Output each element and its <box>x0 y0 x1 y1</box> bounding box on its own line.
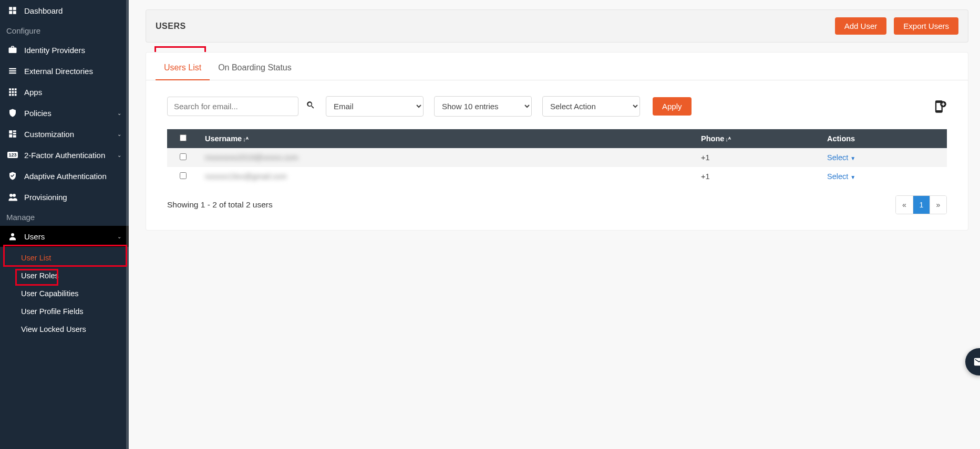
table-footer: Showing 1 - 2 of total 2 users « 1 » <box>146 186 968 214</box>
caret-down-icon: ▼ <box>850 174 855 180</box>
sidebar-item-identity-providers[interactable]: Identity Providers <box>0 39 129 60</box>
svg-rect-2 <box>9 11 12 14</box>
page-header: USERS Add User Export Users <box>146 9 968 43</box>
sidebar-section-manage: Manage <box>0 207 129 226</box>
cell-username: mxxxxxxx2019@xxxxx.com <box>205 153 298 162</box>
bulk-action-select[interactable]: Select Action <box>542 96 640 117</box>
apps-grid-icon <box>7 87 18 97</box>
chevron-down-icon: ⌄ <box>117 110 121 116</box>
sidebar-item-label: Identity Providers <box>24 46 121 55</box>
col-label: Phone <box>701 134 724 143</box>
svg-rect-17 <box>13 130 16 132</box>
caret-down-icon: ▼ <box>850 155 855 161</box>
svg-rect-10 <box>9 91 11 93</box>
toolbar: Email Show 10 entries Select Action Appl… <box>146 80 968 129</box>
svg-rect-19 <box>9 134 12 138</box>
page-size-select[interactable]: Show 10 entries <box>434 96 532 117</box>
row-action-select[interactable]: Select▼ <box>827 172 855 181</box>
sort-icon: ↓ᴬ <box>243 136 249 142</box>
chevron-down-icon: ⌄ <box>117 234 121 239</box>
two-factor-icon: 123 <box>7 150 18 160</box>
svg-rect-15 <box>15 94 17 96</box>
list-icon <box>7 66 18 76</box>
sort-icon: ↓ᴬ <box>725 136 731 142</box>
svg-rect-20 <box>13 135 16 138</box>
tab-onboarding-status[interactable]: On Boarding Status <box>210 53 300 80</box>
sidebar-sub-users: User List User Roles User Capabilities U… <box>0 247 129 342</box>
col-phone[interactable]: Phone↓ᴬ <box>695 129 821 148</box>
sidebar-item-label: 2-Factor Authentication <box>24 151 111 160</box>
main-content: USERS Add User Export Users Users List O… <box>129 0 980 449</box>
svg-rect-3 <box>13 11 16 14</box>
page-title: USERS <box>156 22 186 31</box>
sidebar-subitem-view-locked-users[interactable]: View Locked Users <box>0 320 129 338</box>
table-row: mxxxxxxx2019@xxxxx.com +1 Select▼ <box>167 148 947 167</box>
sidebar-subitem-user-profile-fields[interactable]: User Profile Fields <box>0 302 129 320</box>
sidebar-item-adaptive-auth[interactable]: Adaptive Authentication <box>0 165 129 186</box>
sidebar-item-two-factor[interactable]: 123 2-Factor Authentication ⌄ <box>0 144 129 165</box>
customize-icon <box>7 129 18 139</box>
sidebar-item-dashboard[interactable]: Dashboard <box>0 0 129 21</box>
search-group <box>167 97 315 116</box>
page-prev[interactable]: « <box>896 196 913 214</box>
dashboard-icon <box>7 5 18 16</box>
svg-rect-1 <box>13 7 16 10</box>
svg-rect-9 <box>15 88 17 90</box>
row-action-label: Select <box>827 153 848 162</box>
provisioning-icon <box>7 192 18 202</box>
svg-rect-0 <box>9 7 12 10</box>
chevron-down-icon: ⌄ <box>117 131 121 137</box>
table-wrap: Username↓ᴬ Phone↓ᴬ Actions mxxxxxxx2019@… <box>146 129 968 186</box>
pagination: « 1 » <box>895 195 947 214</box>
search-icon[interactable] <box>306 100 315 112</box>
user-icon <box>7 231 18 242</box>
apply-button[interactable]: Apply <box>653 97 692 116</box>
row-checkbox[interactable] <box>180 153 187 160</box>
result-summary: Showing 1 - 2 of total 2 users <box>167 200 273 210</box>
page-next[interactable]: » <box>930 196 946 214</box>
svg-point-22 <box>13 194 16 197</box>
sidebar-subitem-user-list[interactable]: User List <box>0 249 129 267</box>
page-number[interactable]: 1 <box>913 196 930 214</box>
svg-rect-16 <box>9 130 12 133</box>
sidebar-item-policies[interactable]: Policies ⌄ <box>0 102 129 123</box>
svg-rect-11 <box>12 91 14 93</box>
add-device-icon[interactable] <box>932 99 947 114</box>
svg-rect-5 <box>9 70 16 71</box>
floating-action-button[interactable] <box>965 348 980 375</box>
sidebar-item-external-directories[interactable]: External Directories <box>0 60 129 81</box>
select-all-checkbox[interactable] <box>180 134 187 141</box>
col-username[interactable]: Username↓ᴬ <box>199 129 695 148</box>
cell-phone: +1 <box>701 172 710 181</box>
sidebar-item-users[interactable]: Users ⌄ <box>0 226 129 247</box>
sidebar-item-label: Users <box>24 232 111 241</box>
export-users-button[interactable]: Export Users <box>894 17 958 35</box>
col-select-all <box>167 129 199 148</box>
shield-check-icon <box>7 171 18 181</box>
add-user-button[interactable]: Add User <box>835 17 887 35</box>
col-label: Username <box>205 134 242 143</box>
header-actions: Add User Export Users <box>835 17 958 35</box>
row-checkbox[interactable] <box>180 172 187 179</box>
sidebar-item-label: Policies <box>24 109 111 118</box>
svg-rect-13 <box>9 94 11 96</box>
tab-users-list[interactable]: Users List <box>156 53 210 80</box>
sidebar-subitem-user-capabilities[interactable]: User Capabilities <box>0 285 129 302</box>
table-row: nxxxxx19xx@gmail.com +1 Select▼ <box>167 167 947 186</box>
search-input[interactable] <box>167 97 298 116</box>
sidebar-section-configure: Configure <box>0 21 129 39</box>
id-card-icon <box>7 45 18 55</box>
chevron-down-icon: ⌄ <box>117 152 121 158</box>
sidebar-item-apps[interactable]: Apps <box>0 81 129 102</box>
shield-icon <box>7 108 18 118</box>
filter-field-select[interactable]: Email <box>326 96 424 117</box>
svg-rect-6 <box>9 72 16 74</box>
svg-point-21 <box>9 194 13 197</box>
svg-rect-18 <box>13 133 16 134</box>
sidebar-item-customization[interactable]: Customization ⌄ <box>0 123 129 144</box>
sidebar-item-label: Apps <box>24 88 121 97</box>
sidebar-item-provisioning[interactable]: Provisioning <box>0 186 129 207</box>
svg-rect-12 <box>15 91 17 93</box>
row-action-select[interactable]: Select▼ <box>827 153 855 162</box>
sidebar-subitem-user-roles[interactable]: User Roles <box>0 267 129 285</box>
